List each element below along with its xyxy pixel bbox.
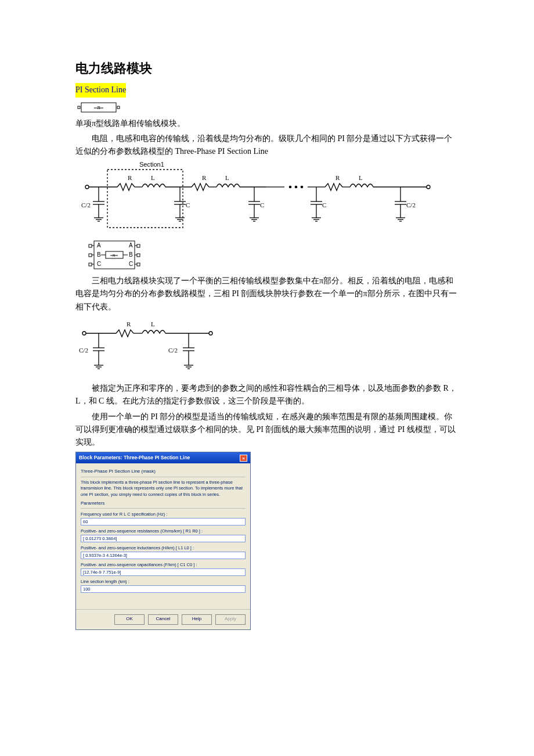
svg-point-5 (85, 185, 89, 189)
parameters-header: Parameters (81, 500, 246, 507)
svg-rect-68 (89, 254, 92, 257)
cancel-button[interactable]: Cancel (148, 614, 178, 625)
svg-text:π: π (113, 252, 116, 258)
svg-rect-69 (89, 263, 92, 266)
ok-button[interactable]: OK (114, 614, 145, 625)
page-title: 电力线路模块 (75, 58, 459, 78)
dialog-description: This block implements a three-phase PI s… (81, 480, 246, 497)
resist-label: Positive- and zero-sequence resistances … (81, 528, 246, 535)
freq-label: Frequency used for R L C specification (… (81, 511, 246, 518)
diagram-cascade: Section1 C/2 R L C R L (75, 161, 459, 236)
help-button[interactable]: Help (182, 614, 212, 625)
svg-text:C/2: C/2 (406, 201, 416, 208)
svg-text:A: A (129, 242, 133, 249)
induct-input[interactable] (81, 552, 246, 559)
svg-rect-71 (137, 254, 140, 257)
capac-input[interactable] (81, 568, 246, 576)
svg-point-40 (290, 186, 291, 188)
svg-text:L: L (151, 174, 155, 181)
svg-text:L: L (225, 174, 229, 181)
svg-rect-72 (137, 263, 140, 266)
svg-text:L: L (359, 174, 363, 181)
length-input[interactable] (81, 585, 246, 593)
svg-rect-65 (107, 170, 183, 228)
svg-text:R: R (335, 174, 340, 181)
svg-text:R: R (127, 321, 131, 327)
para5: 使用一个单一的 PI 部分的模型是适当的传输线或短，在感兴趣的频率范围是有限的基… (75, 411, 459, 449)
svg-text:C: C (186, 201, 190, 208)
induct-label: Positive- and zero-sequence inductances … (81, 545, 246, 552)
para2: 电阻，电感和电容的传输线，沿着线是均匀分布的。级联几个相同的 PI 部分是通过以… (75, 132, 459, 159)
svg-text:C/2: C/2 (79, 347, 88, 354)
length-label: Line section length (km) : (81, 578, 246, 585)
svg-rect-70 (137, 244, 140, 247)
svg-text:π: π (97, 104, 100, 110)
svg-point-64 (427, 185, 430, 189)
apply-button[interactable]: Apply (215, 614, 246, 625)
svg-point-42 (301, 186, 303, 188)
resist-input[interactable] (81, 535, 246, 542)
svg-point-90 (82, 332, 86, 335)
para4: 被指定为正序和零序的，要考虑到的参数之间的感性和容性耦合的三相导体，以及地面参数… (75, 382, 459, 408)
dialog-title-text: Block Parameters: Three-Phase PI Section… (79, 454, 190, 462)
svg-text:C/2: C/2 (168, 347, 178, 354)
svg-text:B: B (97, 251, 101, 258)
svg-text:R: R (128, 174, 132, 181)
dialog-titlebar[interactable]: Block Parameters: Three-Phase PI Section… (76, 452, 250, 464)
svg-text:C/2: C/2 (81, 201, 91, 208)
para1: 单项π型线路单相传输线模块。 (75, 117, 459, 130)
mask-label: Three-Phase PI Section Line (mask) (81, 468, 246, 476)
section1-label: Section1 (139, 161, 164, 168)
diagram-single-pi: C/2 R L C/2 (75, 316, 459, 380)
three-phase-block-icon: π AA BB CC (87, 240, 459, 271)
svg-point-112 (209, 332, 212, 335)
svg-text:A: A (97, 242, 101, 249)
svg-text:L: L (151, 321, 155, 327)
svg-text:C: C (322, 201, 326, 208)
svg-text:C: C (129, 261, 133, 267)
pi-block-icon: π (75, 101, 459, 114)
close-icon[interactable]: × (240, 455, 247, 462)
block-parameters-dialog: Block Parameters: Three-Phase PI Section… (75, 452, 251, 631)
svg-rect-1 (78, 106, 80, 109)
para3: 三相电力线路模块实现了一个平衡的三相传输线模型参数集中在π部分。相反，沿着线的电… (75, 275, 459, 314)
svg-text:R: R (202, 174, 207, 181)
freq-input[interactable] (81, 518, 246, 525)
svg-point-41 (295, 186, 297, 188)
svg-text:B: B (129, 251, 133, 258)
svg-text:C: C (97, 261, 101, 267)
capac-label: Positive- and zero-sequence capacitances… (81, 561, 246, 568)
highlight-label: PI Section Line (75, 83, 126, 97)
svg-rect-67 (89, 244, 92, 247)
svg-rect-2 (117, 106, 120, 109)
svg-text:C: C (260, 201, 264, 208)
